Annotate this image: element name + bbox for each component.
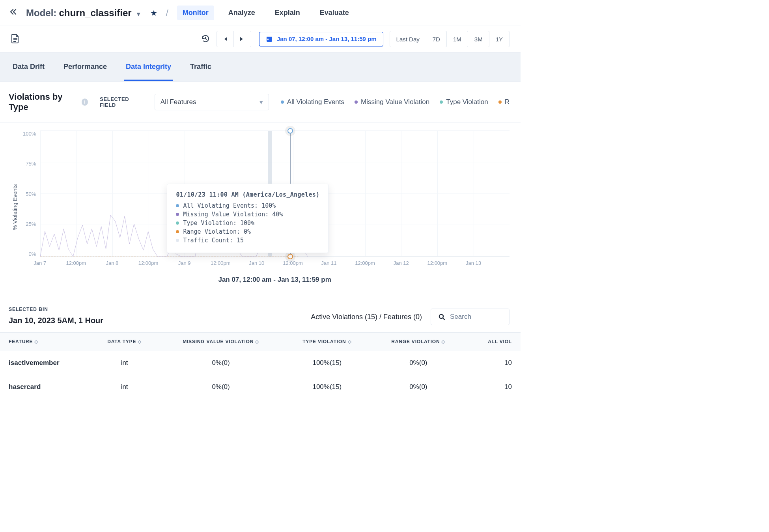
- svg-rect-1: [267, 37, 272, 38]
- data-point-marker[interactable]: [287, 254, 293, 259]
- violations-summary: Active Violations (15) / Features (0): [311, 313, 422, 321]
- legend-item[interactable]: All Violating Events: [281, 98, 344, 106]
- breadcrumb-separator: /: [166, 8, 168, 18]
- favorite-star-icon[interactable]: ★: [150, 8, 157, 18]
- date-range-picker[interactable]: Jan 07, 12:00 am - Jan 13, 11:59 pm: [259, 32, 383, 47]
- selected-bin-label: SELECTED BIN: [9, 307, 103, 312]
- tab-monitor[interactable]: Monitor: [177, 6, 214, 20]
- chart-plot-area[interactable]: 01/10/23 11:00 AM (America/Los_Angeles)A…: [40, 131, 510, 257]
- document-icon[interactable]: [11, 33, 20, 45]
- range-7d[interactable]: 7D: [426, 31, 447, 47]
- col-range-violation[interactable]: RANGE VIOLATION◇: [371, 333, 466, 351]
- legend-item[interactable]: Type Violation: [440, 98, 488, 106]
- violations-table: FEATURE◇ DATA TYPE◇ MISSING VALUE VIOLAT…: [0, 332, 521, 399]
- svg-rect-2: [267, 39, 269, 40]
- model-name[interactable]: churn_classifier: [59, 7, 132, 18]
- feature-search-input[interactable]: Search: [431, 309, 510, 325]
- y-axis-label: % Violating Events: [9, 131, 21, 284]
- subtab-traffic[interactable]: Traffic: [189, 52, 213, 81]
- info-icon[interactable]: i: [82, 99, 88, 106]
- chart-tooltip: 01/10/23 11:00 AM (America/Los_Angeles)A…: [167, 184, 329, 253]
- col-all-violation[interactable]: ALL VIOL: [466, 333, 521, 351]
- date-range-text: Jan 07, 12:00 am - Jan 13, 11:59 pm: [277, 35, 377, 42]
- col-missing[interactable]: MISSING VALUE VIOLATION◇: [159, 333, 283, 351]
- selected-field-label: SELECTED FIELD: [100, 96, 143, 108]
- col-data-type[interactable]: DATA TYPE◇: [90, 333, 159, 351]
- tab-analyze[interactable]: Analyze: [223, 6, 261, 20]
- range-1m[interactable]: 1M: [447, 31, 468, 47]
- subtab-performance[interactable]: Performance: [62, 52, 108, 81]
- collapse-sidebar-icon[interactable]: [9, 9, 17, 17]
- subtab-data-drift[interactable]: Data Drift: [11, 52, 46, 81]
- model-dropdown-caret[interactable]: ▼: [136, 11, 142, 17]
- data-point-marker[interactable]: [287, 128, 293, 134]
- col-type-violation[interactable]: TYPE VIOLATION◇: [283, 333, 371, 351]
- range-last-day[interactable]: Last Day: [390, 31, 426, 47]
- table-row[interactable]: hascrcard int 0%(0) 100%(15) 0%(0) 10: [0, 375, 521, 399]
- y-axis-ticks: 100%75%50%25%0%: [21, 131, 40, 257]
- chart-legend: All Violating EventsMissing Value Violat…: [281, 98, 510, 106]
- range-1y[interactable]: 1Y: [489, 31, 510, 47]
- model-label: Model:: [26, 7, 56, 18]
- table-row[interactable]: isactivemember int 0%(0) 100%(15) 0%(0) …: [0, 351, 521, 375]
- search-icon: [438, 313, 445, 320]
- timerange-prev-button[interactable]: [217, 31, 234, 47]
- range-3m[interactable]: 3M: [468, 31, 489, 47]
- selected-field-dropdown[interactable]: All Features: [155, 94, 269, 110]
- history-icon[interactable]: [201, 34, 210, 45]
- selected-bin-value: Jan 10, 2023 5AM, 1 Hour: [9, 316, 103, 325]
- subtab-data-integrity[interactable]: Data Integrity: [124, 52, 173, 81]
- tab-explain[interactable]: Explain: [269, 6, 306, 20]
- legend-item[interactable]: R: [498, 98, 510, 106]
- col-feature[interactable]: FEATURE◇: [0, 333, 90, 351]
- timerange-next-button[interactable]: [234, 31, 251, 47]
- x-axis-title: Jan 07, 12:00 am - Jan 13, 11:59 pm: [40, 276, 510, 284]
- x-axis-ticks: Jan 712:00pmJan 812:00pmJan 912:00pmJan …: [40, 260, 510, 267]
- calendar-icon: [266, 35, 273, 43]
- section-title: Violations by Type i: [9, 92, 88, 112]
- legend-item[interactable]: Missing Value Violation: [355, 98, 429, 106]
- tab-evaluate[interactable]: Evaluate: [314, 6, 355, 20]
